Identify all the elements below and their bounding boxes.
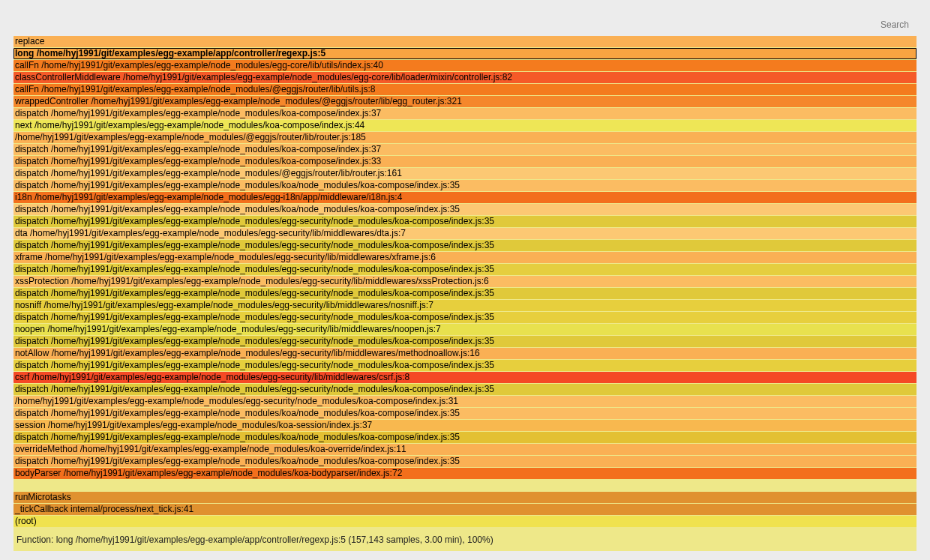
flame-frame[interactable]: notAllow /home/hyj1991/git/examples/egg-…: [14, 348, 916, 359]
flame-row: nosniff /home/hyj1991/git/examples/egg-e…: [14, 300, 916, 311]
flame-frame[interactable]: dispatch /home/hyj1991/git/examples/egg-…: [14, 156, 916, 167]
flame-frame[interactable]: next /home/hyj1991/git/examples/egg-exam…: [14, 120, 916, 131]
flame-row: overrideMethod /home/hyj1991/git/example…: [14, 444, 916, 455]
flame-row: dispatch /home/hyj1991/git/examples/egg-…: [14, 168, 916, 179]
flame-row: dispatch /home/hyj1991/git/examples/egg-…: [14, 216, 916, 227]
flame-frame[interactable]: runMicrotasks: [14, 492, 916, 503]
flame-row: callFn /home/hyj1991/git/examples/egg-ex…: [14, 84, 916, 95]
flame-frame[interactable]: overrideMethod /home/hyj1991/git/example…: [14, 444, 916, 455]
flame-frame[interactable]: classControllerMiddleware /home/hyj1991/…: [14, 72, 916, 83]
flame-frame[interactable]: callFn /home/hyj1991/git/examples/egg-ex…: [14, 84, 916, 95]
flame-row: i18n /home/hyj1991/git/examples/egg-exam…: [14, 192, 916, 203]
flame-frame[interactable]: dispatch /home/hyj1991/git/examples/egg-…: [14, 336, 916, 347]
flame-frame[interactable]: dispatch /home/hyj1991/git/examples/egg-…: [14, 360, 916, 371]
flame-row: wrappedController /home/hyj1991/git/exam…: [14, 96, 916, 107]
flame-row: [14, 480, 916, 491]
flame-row: _tickCallback internal/process/next_tick…: [14, 504, 916, 515]
flame-row: runMicrotasks: [14, 492, 916, 503]
flame-row: xssProtection /home/hyj1991/git/examples…: [14, 276, 916, 287]
flame-frame[interactable]: dispatch /home/hyj1991/git/examples/egg-…: [14, 432, 916, 443]
flame-frame[interactable]: dispatch /home/hyj1991/git/examples/egg-…: [14, 180, 916, 191]
flame-row: dispatch /home/hyj1991/git/examples/egg-…: [14, 156, 916, 167]
flame-frame[interactable]: dispatch /home/hyj1991/git/examples/egg-…: [14, 288, 916, 299]
flame-row: /home/hyj1991/git/examples/egg-example/n…: [14, 132, 916, 143]
flame-frame[interactable]: xframe /home/hyj1991/git/examples/egg-ex…: [14, 252, 916, 263]
flame-frame[interactable]: dispatch /home/hyj1991/git/examples/egg-…: [14, 456, 916, 467]
flame-frame[interactable]: dispatch /home/hyj1991/git/examples/egg-…: [14, 144, 916, 155]
flame-row: dispatch /home/hyj1991/git/examples/egg-…: [14, 336, 916, 347]
flame-frame[interactable]: replace: [14, 36, 916, 47]
flame-row: dispatch /home/hyj1991/git/examples/egg-…: [14, 240, 916, 251]
flame-row: dispatch /home/hyj1991/git/examples/egg-…: [14, 456, 916, 467]
flame-frame[interactable]: noopen /home/hyj1991/git/examples/egg-ex…: [14, 324, 916, 335]
flame-row: callFn /home/hyj1991/git/examples/egg-ex…: [14, 60, 916, 71]
flame-row: notAllow /home/hyj1991/git/examples/egg-…: [14, 348, 916, 359]
flame-frame[interactable]: dispatch /home/hyj1991/git/examples/egg-…: [14, 204, 916, 215]
flame-row: dispatch /home/hyj1991/git/examples/egg-…: [14, 432, 916, 443]
toolbar: [14, 13, 916, 36]
flame-row: dispatch /home/hyj1991/git/examples/egg-…: [14, 360, 916, 371]
flame-frame[interactable]: i18n /home/hyj1991/git/examples/egg-exam…: [14, 192, 916, 203]
flame-row: csrf /home/hyj1991/git/examples/egg-exam…: [14, 372, 916, 383]
flame-row: dispatch /home/hyj1991/git/examples/egg-…: [14, 180, 916, 191]
flame-row: next /home/hyj1991/git/examples/egg-exam…: [14, 120, 916, 131]
flame-row: /home/hyj1991/git/examples/egg-example/n…: [14, 396, 916, 407]
flame-frame[interactable]: session /home/hyj1991/git/examples/egg-e…: [14, 420, 916, 431]
flame-row: session /home/hyj1991/git/examples/egg-e…: [14, 420, 916, 431]
flame-frame[interactable]: dispatch /home/hyj1991/git/examples/egg-…: [14, 264, 916, 275]
flame-frame[interactable]: csrf /home/hyj1991/git/examples/egg-exam…: [14, 372, 916, 383]
flame-frame[interactable]: _tickCallback internal/process/next_tick…: [14, 504, 916, 515]
flame-frame[interactable]: dispatch /home/hyj1991/git/examples/egg-…: [14, 408, 916, 419]
flame-row: (root): [14, 516, 916, 527]
flame-row: dispatch /home/hyj1991/git/examples/egg-…: [14, 408, 916, 419]
flame-row: dispatch /home/hyj1991/git/examples/egg-…: [14, 204, 916, 215]
flame-row: long /home/hyj1991/git/examples/egg-exam…: [14, 48, 916, 59]
flame-frame[interactable]: long /home/hyj1991/git/examples/egg-exam…: [14, 48, 916, 59]
flame-row: dispatch /home/hyj1991/git/examples/egg-…: [14, 384, 916, 395]
flame-frame[interactable]: dispatch /home/hyj1991/git/examples/egg-…: [14, 216, 916, 227]
flame-frame[interactable]: nosniff /home/hyj1991/git/examples/egg-e…: [14, 300, 916, 311]
flame-frame[interactable]: dispatch /home/hyj1991/git/examples/egg-…: [14, 108, 916, 119]
flame-row: dispatch /home/hyj1991/git/examples/egg-…: [14, 264, 916, 275]
flame-graph: replacelong /home/hyj1991/git/examples/e…: [14, 36, 916, 551]
flame-row: xframe /home/hyj1991/git/examples/egg-ex…: [14, 252, 916, 263]
flame-frame[interactable]: (root): [14, 516, 916, 527]
flame-row: dispatch /home/hyj1991/git/examples/egg-…: [14, 144, 916, 155]
flame-frame[interactable]: /home/hyj1991/git/examples/egg-example/n…: [14, 132, 916, 143]
flame-frame[interactable]: dispatch /home/hyj1991/git/examples/egg-…: [14, 240, 916, 251]
flame-row: bodyParser /home/hyj1991/git/examples/eg…: [14, 468, 916, 479]
flame-row: dispatch /home/hyj1991/git/examples/egg-…: [14, 312, 916, 323]
flame-frame[interactable]: dta /home/hyj1991/git/examples/egg-examp…: [14, 228, 916, 239]
flame-frame[interactable]: dispatch /home/hyj1991/git/examples/egg-…: [14, 312, 916, 323]
flame-frame[interactable]: dispatch /home/hyj1991/git/examples/egg-…: [14, 168, 916, 179]
flame-frame[interactable]: /home/hyj1991/git/examples/egg-example/n…: [14, 396, 916, 407]
function-detail: Function: long /home/hyj1991/git/example…: [14, 527, 916, 551]
flame-stack: replacelong /home/hyj1991/git/examples/e…: [14, 36, 916, 527]
flame-row: noopen /home/hyj1991/git/examples/egg-ex…: [14, 324, 916, 335]
flame-row: classControllerMiddleware /home/hyj1991/…: [14, 72, 916, 83]
flame-frame[interactable]: callFn /home/hyj1991/git/examples/egg-ex…: [14, 60, 916, 71]
search-input[interactable]: [850, 19, 910, 31]
flame-row: replace: [14, 36, 916, 47]
flame-frame[interactable]: wrappedController /home/hyj1991/git/exam…: [14, 96, 916, 107]
flame-row: dta /home/hyj1991/git/examples/egg-examp…: [14, 228, 916, 239]
flame-frame[interactable]: bodyParser /home/hyj1991/git/examples/eg…: [14, 468, 916, 479]
flame-frame[interactable]: dispatch /home/hyj1991/git/examples/egg-…: [14, 384, 916, 395]
flame-frame[interactable]: xssProtection /home/hyj1991/git/examples…: [14, 276, 916, 287]
flame-row: dispatch /home/hyj1991/git/examples/egg-…: [14, 108, 916, 119]
flame-row: dispatch /home/hyj1991/git/examples/egg-…: [14, 288, 916, 299]
